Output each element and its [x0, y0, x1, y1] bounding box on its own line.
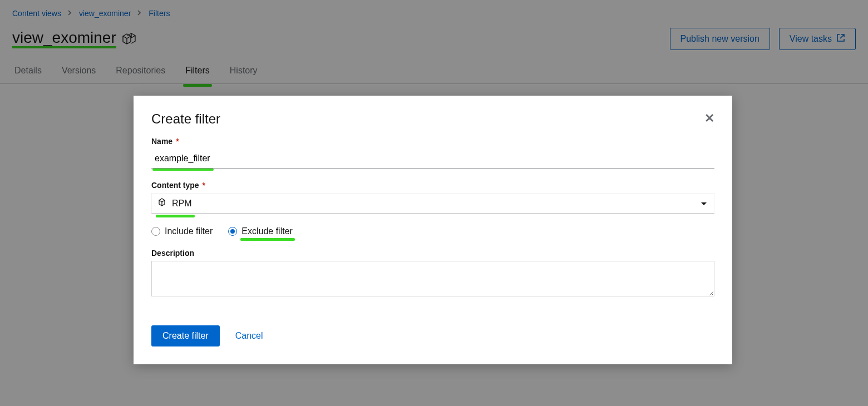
include-filter-label: Include filter — [165, 226, 213, 236]
name-label: Name * — [151, 137, 714, 146]
name-label-text: Name — [151, 137, 172, 146]
page-header: view_exominer Publish new version — [0, 22, 868, 52]
box-icon — [122, 33, 136, 45]
cancel-button[interactable]: Cancel — [235, 331, 263, 341]
chevron-right-icon — [68, 9, 72, 17]
description-textarea[interactable] — [151, 261, 714, 296]
breadcrumb: Content views view_exominer Filters — [0, 0, 868, 22]
breadcrumb-filters[interactable]: Filters — [149, 9, 170, 18]
filter-mode-radio-group: Include filter Exclude filter — [151, 226, 714, 236]
tab-history[interactable]: History — [228, 60, 260, 83]
publish-label: Publish new version — [680, 34, 760, 44]
publish-new-version-button[interactable]: Publish new version — [670, 28, 770, 50]
view-tasks-label: View tasks — [790, 34, 832, 44]
tabs: Details Versions Repositories Filters Hi… — [0, 60, 868, 84]
content-type-select[interactable]: RPM — [151, 193, 714, 214]
include-filter-radio[interactable]: Include filter — [151, 226, 213, 236]
radio-checked-icon — [228, 227, 237, 236]
modal-title: Create filter — [151, 111, 220, 127]
description-label: Description — [151, 249, 714, 258]
required-indicator: * — [203, 181, 205, 190]
chevron-right-icon — [137, 9, 142, 17]
content-type-label-text: Content type — [151, 181, 199, 190]
tab-filters[interactable]: Filters — [183, 60, 212, 83]
create-filter-button[interactable]: Create filter — [151, 325, 220, 346]
page-title: view_exominer — [12, 29, 116, 49]
tab-details[interactable]: Details — [12, 60, 44, 83]
view-tasks-button[interactable]: View tasks — [779, 28, 856, 50]
breadcrumb-content-views[interactable]: Content views — [12, 9, 61, 18]
required-indicator: * — [176, 137, 179, 146]
radio-icon — [151, 227, 160, 236]
tab-repositories[interactable]: Repositories — [114, 60, 167, 83]
tab-versions[interactable]: Versions — [60, 60, 98, 83]
content-type-value: RPM — [172, 199, 192, 209]
breadcrumb-view-exominer[interactable]: view_exominer — [79, 9, 131, 18]
create-filter-modal: Create filter ✕ Name * Content type * RP… — [134, 96, 732, 364]
external-link-icon — [836, 33, 845, 44]
close-icon[interactable]: ✕ — [704, 111, 714, 126]
description-label-text: Description — [151, 249, 194, 258]
exclude-filter-label: Exclude filter — [241, 226, 293, 236]
package-icon — [157, 198, 167, 209]
name-input[interactable] — [151, 149, 714, 169]
exclude-filter-radio[interactable]: Exclude filter — [228, 226, 293, 236]
content-type-label: Content type * — [151, 181, 714, 190]
caret-down-icon — [701, 199, 707, 209]
